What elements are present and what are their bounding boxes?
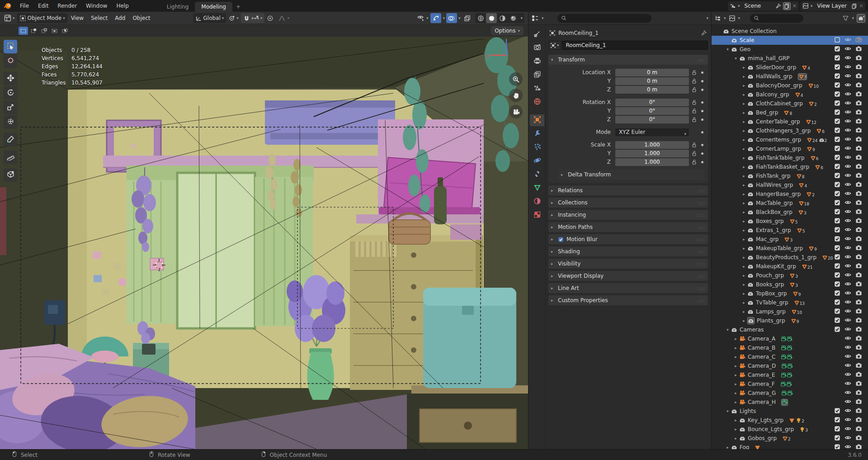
tool-add-cube[interactable] xyxy=(4,168,17,182)
expand-arrow[interactable]: ▸ xyxy=(741,147,747,151)
animate-dot[interactable] xyxy=(699,71,705,74)
exclude-checkbox[interactable] xyxy=(834,190,840,198)
expand-arrow[interactable]: ▸ xyxy=(741,246,747,251)
outliner-row-beautyproducts_1_grp[interactable]: ▸BeautyProducts_1_grp20 xyxy=(712,253,868,262)
animate-dot[interactable] xyxy=(699,101,705,104)
exclude-checkbox[interactable] xyxy=(834,435,840,442)
expand-arrow[interactable]: ▸ xyxy=(741,92,747,97)
disable-render-icon[interactable] xyxy=(855,208,862,216)
expand-arrow[interactable]: ▸ xyxy=(741,255,747,260)
scene-selector[interactable]: ▾ Scene ✕ xyxy=(728,1,799,11)
outliner-row-mima_hall_grp[interactable]: ▾mima_hall_GRP xyxy=(712,54,868,63)
outliner-row-fishtank_grp[interactable]: ▸FishTank_grp8 xyxy=(712,171,868,180)
exclude-checkbox[interactable] xyxy=(834,426,840,433)
expand-arrow[interactable]: ▸ xyxy=(741,101,747,106)
exclude-checkbox[interactable] xyxy=(834,209,840,216)
panel-relations[interactable]: ▸Relations:::: xyxy=(548,185,708,195)
lock-icon[interactable] xyxy=(689,117,699,123)
hide-eye-icon[interactable] xyxy=(844,280,851,289)
expand-arrow[interactable]: ▸ xyxy=(741,264,747,269)
exclude-checkbox[interactable] xyxy=(834,109,840,117)
outliner-row-topbox_grp[interactable]: ▸TopBox_grp9 xyxy=(712,289,868,298)
hide-eye-icon[interactable] xyxy=(844,362,851,370)
outliner-row-bed_grp[interactable]: ▸Bed_grp8 xyxy=(712,108,868,117)
value-field[interactable]: 0° xyxy=(615,116,689,123)
disable-render-icon[interactable] xyxy=(855,72,862,81)
hide-eye-icon[interactable] xyxy=(844,181,851,189)
lock-icon[interactable] xyxy=(689,151,699,156)
select-subtract-button[interactable] xyxy=(39,27,49,35)
outliner-row-fiahtankbasket_grp[interactable]: ▸FiahTankBasket_grp6 xyxy=(712,162,868,171)
exclude-checkbox[interactable] xyxy=(834,218,840,225)
disable-render-icon[interactable] xyxy=(855,154,862,162)
filter-dropdown[interactable]: ▾ xyxy=(852,16,854,20)
mode-selector[interactable]: Object Mode▾ xyxy=(17,13,67,23)
expand-arrow[interactable]: ▾ xyxy=(724,327,731,332)
topbar-menu-window[interactable]: Window xyxy=(81,0,112,12)
shading-rendered[interactable] xyxy=(508,13,519,23)
hide-eye-icon[interactable] xyxy=(844,54,851,62)
disable-render-icon[interactable] xyxy=(855,226,862,234)
properties-tab-world[interactable] xyxy=(530,96,544,108)
expand-arrow[interactable]: ▸ xyxy=(741,282,747,287)
viewport-menu-add[interactable]: Add xyxy=(111,15,129,21)
object-type-visibility-dropdown[interactable]: ▾ xyxy=(415,13,431,23)
shading-material-preview[interactable] xyxy=(497,13,508,23)
animate-dot[interactable] xyxy=(699,144,705,146)
outliner-row-corneritems_grp[interactable]: ▸CornerItems_grp242 xyxy=(712,135,868,144)
value-field[interactable]: 1.000 xyxy=(615,158,689,166)
select-intersect-button[interactable] xyxy=(60,27,70,35)
gizmos-dropdown[interactable]: ▾ xyxy=(441,16,446,20)
disable-render-icon[interactable] xyxy=(855,36,862,44)
exclude-checkbox[interactable] xyxy=(834,154,840,162)
expand-arrow[interactable]: ▸ xyxy=(732,355,739,359)
outliner-display-mode-icon[interactable] xyxy=(714,15,721,22)
hide-eye-icon[interactable] xyxy=(844,434,851,442)
animate-dot[interactable] xyxy=(699,161,705,163)
expand-arrow[interactable]: ▸ xyxy=(741,138,747,142)
expand-arrow[interactable]: ▸ xyxy=(741,237,747,242)
disable-render-icon[interactable] xyxy=(855,434,862,442)
expand-arrow[interactable]: ▾ xyxy=(724,409,731,413)
exclude-checkbox[interactable] xyxy=(834,37,840,44)
properties-tab-render[interactable] xyxy=(530,42,544,54)
animate-dot[interactable] xyxy=(699,131,705,133)
disable-render-icon[interactable] xyxy=(855,235,862,243)
outliner-row-extras_1_grp[interactable]: ▸Extras_1_grp5 xyxy=(712,226,868,235)
properties-tab-constraints[interactable] xyxy=(530,169,544,180)
value-field[interactable]: 0° xyxy=(615,107,689,115)
outliner-search[interactable] xyxy=(750,14,803,23)
tool-select-box[interactable] xyxy=(4,40,17,53)
exclude-checkbox[interactable] xyxy=(834,127,840,135)
panel-custom-properties[interactable]: ▸Custom Properties:::: xyxy=(548,295,708,305)
disable-render-icon[interactable] xyxy=(855,253,862,261)
select-extend-button[interactable] xyxy=(29,27,38,35)
properties-options-dropdown[interactable]: ▾ xyxy=(706,16,708,20)
value-field[interactable]: 1.000 xyxy=(615,141,689,149)
properties-editor-icon[interactable] xyxy=(531,14,539,22)
exclude-checkbox[interactable] xyxy=(834,199,840,207)
outliner-row-scene-collection[interactable]: Scene Collection xyxy=(712,27,868,36)
disable-render-icon[interactable] xyxy=(855,145,862,153)
expand-arrow[interactable]: ▸ xyxy=(741,201,747,205)
zoom-gizmo[interactable] xyxy=(509,72,523,86)
animate-dot[interactable] xyxy=(699,89,705,91)
object-id-icon[interactable]: ▾ xyxy=(548,41,561,50)
outliner-row-centertable_grp[interactable]: ▸CenterTable_grp12 xyxy=(712,117,868,126)
expand-arrow[interactable]: ▸ xyxy=(732,337,739,341)
disable-render-icon[interactable] xyxy=(855,299,862,307)
value-field[interactable]: 1.000 xyxy=(615,150,689,157)
expand-arrow[interactable]: ▸ xyxy=(741,74,747,79)
expand-arrow[interactable]: ▸ xyxy=(741,110,747,115)
disable-render-icon[interactable] xyxy=(855,353,862,361)
hide-eye-icon[interactable] xyxy=(844,154,851,162)
disable-render-icon[interactable] xyxy=(855,407,862,415)
expand-arrow[interactable]: ▸ xyxy=(741,192,747,196)
hide-eye-icon[interactable] xyxy=(844,353,851,361)
disable-render-icon[interactable] xyxy=(855,425,862,433)
disable-render-icon[interactable] xyxy=(855,217,862,225)
tool-transform[interactable] xyxy=(4,115,17,129)
object-name-field[interactable]: RoomCeiling_1 xyxy=(562,41,708,50)
lock-icon[interactable] xyxy=(689,142,699,148)
panel-shading[interactable]: ▸Shading:::: xyxy=(548,247,708,256)
